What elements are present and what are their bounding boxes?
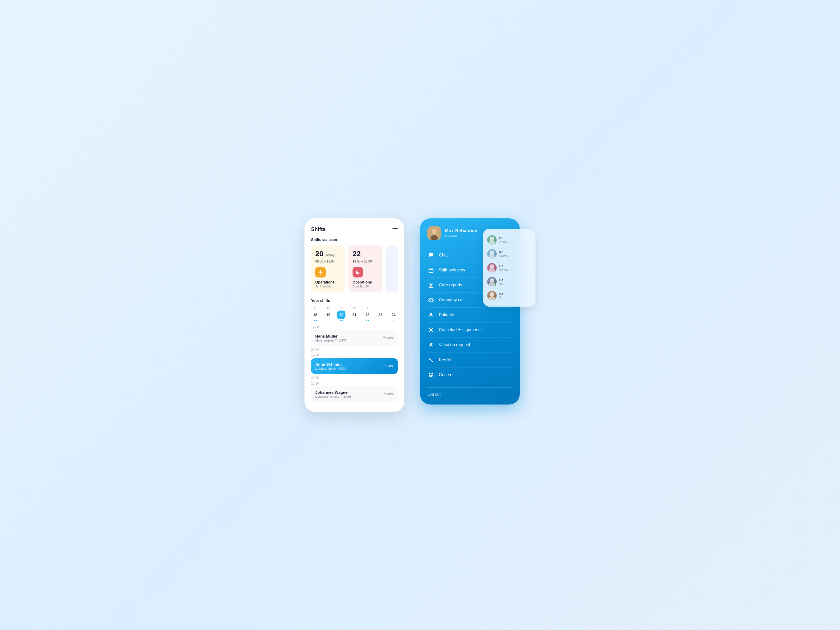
chat-avatar-3 xyxy=(487,277,497,286)
menu-item-vacation-request[interactable]: Vacation request xyxy=(427,338,512,352)
user-avatar xyxy=(427,226,441,240)
cal-dots-2 xyxy=(339,320,343,321)
chat-avatar-2 xyxy=(487,263,497,273)
svg-rect-11 xyxy=(429,268,433,272)
cal-day-name-0: S xyxy=(314,306,316,309)
cal-day-num-2: 20 xyxy=(337,311,346,319)
menu-label-canceled-assignments: Canceled Assignments xyxy=(439,328,482,332)
chat-msg-4: O... xyxy=(499,296,504,299)
cal-day-4[interactable]: T 22 xyxy=(363,306,372,321)
menu-icon[interactable] xyxy=(392,228,398,230)
calendar-section: Your shifts S 18 M 19 T 20 xyxy=(311,298,398,321)
menu-label-patients: Patients xyxy=(439,313,454,317)
menu-label-vacation-request: Vacation request xyxy=(439,343,470,347)
menu-label-key-list: Key list xyxy=(439,357,453,362)
schedule-addr-hans: Alexanderplatz 7, 10178 xyxy=(315,339,346,342)
schedule-addr-anna: Ludwigstraße 24, 80539 xyxy=(315,367,346,370)
svg-rect-28 xyxy=(429,373,431,374)
clipboard-icon xyxy=(427,281,435,289)
chat-msg-0: I'w we... xyxy=(499,240,509,243)
cal-day-name-5: F xyxy=(380,306,381,309)
svg-point-0 xyxy=(319,271,322,273)
car-icon xyxy=(427,296,435,304)
chat-name-2: Dr xyxy=(499,264,509,268)
schedule-time-1: 20:00 xyxy=(311,348,398,352)
cal-day-1[interactable]: M 19 xyxy=(324,306,333,321)
cal-day-name-3: W xyxy=(353,306,356,309)
cal-day-name-6: S xyxy=(392,306,394,309)
menu-footer: Log out xyxy=(427,387,512,396)
shift-card-1-number: 20 xyxy=(315,249,324,258)
chat-item-2[interactable]: Dr Go fee... xyxy=(486,261,532,275)
calendar-icon xyxy=(427,267,435,274)
svg-rect-19 xyxy=(429,300,433,302)
patients-icon xyxy=(427,311,435,319)
your-shifts-label: Your shifts xyxy=(311,298,398,303)
cal-day-2[interactable]: T 20 xyxy=(337,306,346,321)
shift-card-2[interactable]: 22 18:00 – 23:00 Operations Domplatz 20 xyxy=(348,245,382,292)
chat-panel: Dr I'w we... Pr Ok Ho... xyxy=(483,229,535,306)
key-icon xyxy=(427,356,435,363)
menu-label-courses: Courses xyxy=(439,373,455,377)
cancel-icon xyxy=(427,326,435,334)
shifts-section-label: Shifts via team xyxy=(311,238,398,242)
shift-card-1-header: 20 today xyxy=(315,249,341,258)
logout-button[interactable]: Log out xyxy=(427,392,441,396)
schedule-item-johannes[interactable]: Johannes Wagner Mönckebergstraße 7, 2009… xyxy=(311,387,398,402)
menu-item-canceled-assignments[interactable]: Canceled Assignments xyxy=(427,323,512,338)
cal-day-6[interactable]: S 24 xyxy=(389,306,398,321)
cal-day-num-3: 21 xyxy=(350,311,358,319)
shifts-header: Shifts xyxy=(311,226,398,232)
cal-day-num-0: 18 xyxy=(311,311,319,319)
svg-point-22 xyxy=(430,313,432,315)
online-dot-0 xyxy=(494,242,496,245)
svg-line-3 xyxy=(319,270,319,271)
cal-day-3[interactable]: W 21 xyxy=(350,306,358,321)
schedule-time-4: 21:30 xyxy=(311,382,398,385)
chat-item-1[interactable]: Pr Ok Ho... xyxy=(486,247,532,261)
schedule-time-2: 19:00 xyxy=(311,354,398,357)
cal-day-name-2: T xyxy=(341,306,342,309)
shift-cards-row: 20 today 09:00 – 18:00 Operations xyxy=(311,245,398,292)
svg-point-20 xyxy=(429,301,431,302)
svg-point-21 xyxy=(432,301,433,302)
svg-rect-29 xyxy=(431,373,433,374)
chat-item-4[interactable]: Sc O... xyxy=(486,289,532,302)
cal-day-0[interactable]: S 18 xyxy=(311,306,319,321)
user-avatar-svg xyxy=(427,226,441,240)
chat-name-1: Pr xyxy=(499,250,509,254)
calendar-row: S 18 M 19 T 20 W 21 xyxy=(311,306,398,321)
svg-line-4 xyxy=(322,273,322,274)
schedule-item-hans[interactable]: Hans Müller Alexanderplatz 7, 10178 Prim… xyxy=(311,330,398,346)
schedule-item-anna[interactable]: Anna Schmidt Ludwigstraße 24, 80539 Tert… xyxy=(311,358,398,374)
chat-text-4: Sc O... xyxy=(499,292,504,299)
shift-card-2-number: 22 xyxy=(352,249,361,258)
menu-item-patients[interactable]: Patients xyxy=(427,308,512,323)
menu-item-key-list[interactable]: Key list xyxy=(427,352,512,368)
shift-icon-bubble-1 xyxy=(315,267,326,278)
schedule-badge-hans: Primary xyxy=(383,336,393,339)
online-dot-3 xyxy=(494,284,496,286)
shifts-title: Shifts xyxy=(311,226,326,232)
cal-day-5[interactable]: F 23 xyxy=(376,306,385,321)
shift-card-1[interactable]: 20 today 09:00 – 18:00 Operations xyxy=(311,245,345,292)
chat-item-0[interactable]: Dr I'w we... xyxy=(486,233,532,247)
chat-text-1: Pr Ok Ho... xyxy=(499,250,509,257)
user-name: Max Sebastian xyxy=(445,228,477,234)
shift-card-2-header: 22 xyxy=(352,249,378,258)
menu-label-company-car: Company car xyxy=(439,298,464,302)
menu-label-shift-overview: Shift overview xyxy=(439,268,465,273)
chat-name-0: Dr xyxy=(499,237,509,240)
chat-name-3: Sc xyxy=(499,278,505,282)
menu-label-chat: Chat xyxy=(439,253,448,257)
chat-item-3[interactable]: Sc It's... xyxy=(486,275,532,289)
app-container: Shifts Shifts via team 20 today 09:00 – … xyxy=(276,218,564,412)
svg-point-10 xyxy=(432,230,436,234)
schedule-badge-johannes: Primary xyxy=(383,392,393,396)
cal-day-num-1: 19 xyxy=(324,311,333,319)
shift-card-1-address: Schlossplatz 1 xyxy=(315,285,341,288)
menu-item-courses[interactable]: Courses xyxy=(427,368,512,382)
shift-card-1-label: today xyxy=(326,253,335,257)
chat-msg-2: Go fee... xyxy=(499,268,509,271)
moon-icon xyxy=(355,270,360,275)
